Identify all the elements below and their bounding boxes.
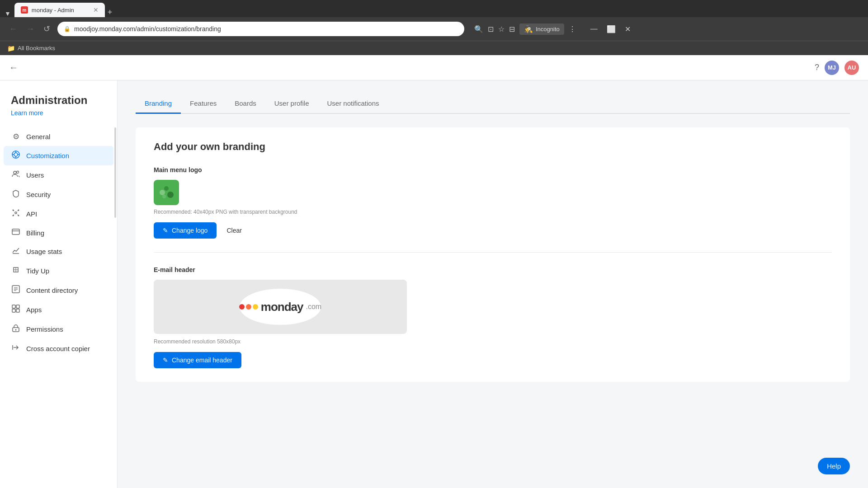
sidebar-item-billing[interactable]: Billing xyxy=(0,224,117,242)
logo-section: Main menu logo xyxy=(154,166,832,239)
bookmarks-folder-icon: 📁 xyxy=(7,45,15,52)
monday-com: .com xyxy=(306,303,322,311)
sidebar-item-label: Cross account copier xyxy=(26,345,90,352)
media-icon[interactable]: ⊡ xyxy=(488,25,494,33)
pencil-icon: ✎ xyxy=(163,227,168,234)
app-container: ← ? MJ AU Administration Learn more ⚙ xyxy=(0,55,868,488)
tab-user-notifications[interactable]: User notifications xyxy=(318,94,388,114)
sidebar-item-label: Billing xyxy=(26,229,44,237)
tab-more-icon[interactable]: ▼ xyxy=(5,10,11,17)
help-icon[interactable]: ? xyxy=(815,63,819,72)
gear-icon: ⚙ xyxy=(11,132,21,141)
lock-icon xyxy=(11,324,21,334)
lock-icon: 🔒 xyxy=(64,26,71,32)
reload-button[interactable]: ↺ xyxy=(42,22,52,36)
tab-favicon: m xyxy=(21,6,28,14)
svg-point-12 xyxy=(18,215,19,216)
forward-button[interactable]: → xyxy=(24,23,36,36)
sidebar-item-apps[interactable]: Apps xyxy=(0,300,117,319)
pencil-icon-email: ✎ xyxy=(163,357,168,364)
sidebar-item-security[interactable]: Security xyxy=(0,185,117,204)
tab-user-profile[interactable]: User profile xyxy=(265,94,318,114)
sidebar-item-content-directory[interactable]: Content directory xyxy=(0,281,117,300)
sidebar-item-label: General xyxy=(26,133,50,141)
sidebar-icon[interactable]: ⊟ xyxy=(509,25,515,33)
clear-logo-button[interactable]: Clear xyxy=(220,222,248,239)
page-title: Add your own branding xyxy=(154,141,832,153)
sidebar-scroll-wrapper: ⚙ General xyxy=(0,127,117,488)
avatar-admin[interactable]: MJ xyxy=(825,61,839,75)
monday-dots xyxy=(239,304,258,310)
logo-preview-container xyxy=(154,180,832,205)
tidy-icon xyxy=(11,266,21,276)
email-header-preview: monday .com xyxy=(154,280,407,334)
svg-rect-27 xyxy=(156,182,177,203)
sidebar-item-users[interactable]: Users xyxy=(0,165,117,185)
svg-point-25 xyxy=(15,329,17,331)
monday-logo: monday .com xyxy=(239,300,321,314)
svg-rect-20 xyxy=(12,305,15,308)
copy-icon xyxy=(11,343,21,354)
logo-section-label: Main menu logo xyxy=(154,166,832,174)
change-email-header-button[interactable]: ✎ Change email header xyxy=(154,352,241,368)
sidebar-item-label: Usage stats xyxy=(26,248,62,255)
tab-features[interactable]: Features xyxy=(181,94,226,114)
minimize-button[interactable]: — xyxy=(590,25,598,33)
sidebar-item-api[interactable]: API xyxy=(0,204,117,224)
sidebar-learn-more-link[interactable]: Learn more xyxy=(0,109,117,127)
svg-point-1 xyxy=(14,153,18,156)
app-header: ← ? MJ AU xyxy=(0,55,868,80)
shield-icon xyxy=(11,189,21,200)
section-divider xyxy=(154,252,832,253)
sidebar-item-permissions[interactable]: Permissions xyxy=(0,319,117,339)
bookmark-icon[interactable]: ☆ xyxy=(498,25,505,33)
email-recommended-text: Recommended resolution 580x80px xyxy=(154,338,832,345)
change-logo-label: Change logo xyxy=(172,227,208,234)
email-section-label: E-mail header xyxy=(154,266,832,273)
bookmarks-bar: 📁 All Bookmarks xyxy=(0,41,868,55)
sidebar-item-label: Apps xyxy=(26,306,42,314)
browser-actions: 🔍 ⊡ ☆ ⊟ 🕵 Incognito ⋮ xyxy=(474,23,576,35)
svg-point-10 xyxy=(18,210,19,211)
new-tab-button[interactable]: + xyxy=(108,8,113,17)
help-button[interactable]: Help xyxy=(818,458,850,474)
svg-point-29 xyxy=(164,186,169,191)
sidebar-item-customization[interactable]: Customization xyxy=(4,146,113,165)
sidebar-item-cross-account[interactable]: Cross account copier xyxy=(0,339,117,358)
tab-branding[interactable]: Branding xyxy=(136,94,181,114)
maximize-button[interactable]: ⬜ xyxy=(607,25,616,33)
search-icon[interactable]: 🔍 xyxy=(474,25,483,33)
tab-boards[interactable]: Boards xyxy=(226,94,265,114)
svg-point-31 xyxy=(162,195,166,198)
header-icons: ? MJ AU xyxy=(815,61,859,75)
monday-word: monday xyxy=(261,300,303,314)
dot-orange xyxy=(246,304,251,310)
svg-point-9 xyxy=(13,210,14,211)
sidebar-title: Administration xyxy=(0,94,117,109)
svg-point-6 xyxy=(14,171,16,174)
sidebar-item-general[interactable]: ⚙ General xyxy=(0,127,117,146)
address-bar[interactable]: 🔒 moodjoy.monday.com/admin/customization… xyxy=(57,22,464,36)
browser-controls: ← → ↺ 🔒 moodjoy.monday.com/admin/customi… xyxy=(0,17,868,41)
svg-point-7 xyxy=(17,171,19,174)
avatar-admin-initials: MJ xyxy=(828,64,836,71)
avatar-user[interactable]: AU xyxy=(844,61,859,75)
browser-tab-active[interactable]: m monday - Admin ✕ xyxy=(14,3,105,17)
sidebar-item-tidy-up[interactable]: Tidy Up xyxy=(0,261,117,281)
dot-red xyxy=(239,304,245,310)
sidebar-item-usage-stats[interactable]: Usage stats xyxy=(0,242,117,261)
stats-icon xyxy=(11,246,21,257)
svg-point-30 xyxy=(167,192,174,198)
logo-recommended-text: Recommended: 40x40px PNG with transparen… xyxy=(154,209,832,215)
incognito-area: 🕵 Incognito xyxy=(519,23,564,35)
bookmarks-label: All Bookmarks xyxy=(18,45,55,52)
change-logo-button[interactable]: ✎ Change logo xyxy=(154,222,217,239)
more-options-icon[interactable]: ⋮ xyxy=(569,25,576,33)
incognito-icon: 🕵 xyxy=(524,25,533,33)
back-button[interactable]: ← xyxy=(7,23,19,36)
tab-close-icon[interactable]: ✕ xyxy=(93,6,99,14)
browser-tabs: ▼ m monday - Admin ✕ + xyxy=(0,0,868,17)
email-section: E-mail header monday xyxy=(154,266,832,368)
app-back-button[interactable]: ← xyxy=(9,62,18,73)
close-window-button[interactable]: ✕ xyxy=(625,25,631,33)
